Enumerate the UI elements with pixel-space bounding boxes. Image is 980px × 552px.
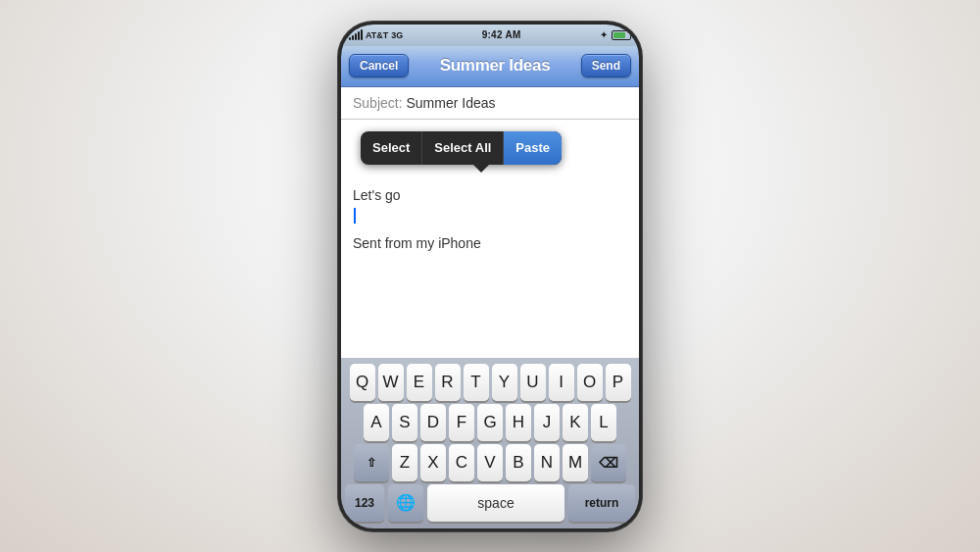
key-x[interactable]: X (420, 444, 446, 481)
status-right: ✦ (600, 29, 631, 40)
key-u[interactable]: U (520, 364, 546, 401)
space-key[interactable]: space (427, 484, 564, 522)
key-n[interactable]: N (534, 444, 560, 481)
key-j[interactable]: J (534, 404, 560, 441)
cancel-button[interactable]: Cancel (349, 54, 409, 77)
key-r[interactable]: R (435, 364, 461, 401)
key-b[interactable]: B (506, 444, 531, 481)
key-s[interactable]: S (392, 404, 417, 441)
globe-key[interactable]: 🌐 (388, 484, 423, 522)
subject-line: Subject: Summer Ideas (341, 87, 639, 120)
key-l[interactable]: L (591, 404, 616, 441)
keyboard-row-bottom: 123 🌐 space return (345, 484, 635, 522)
key-o[interactable]: O (577, 364, 603, 401)
numbers-key[interactable]: 123 (345, 484, 384, 522)
key-c[interactable]: C (449, 444, 474, 481)
return-key[interactable]: return (568, 484, 635, 522)
carrier-label: AT&T (366, 30, 388, 40)
network-label: 3G (391, 30, 403, 40)
key-q[interactable]: Q (350, 364, 375, 401)
navigation-bar: Cancel Summer Ideas Send (341, 46, 639, 87)
battery-fill (613, 32, 625, 38)
delete-key[interactable]: ⌫ (591, 444, 626, 481)
time-label: 9:42 AM (482, 29, 521, 40)
select-all-button[interactable]: Select All (422, 131, 504, 165)
text-cursor (354, 208, 356, 224)
bluetooth-icon: ✦ (600, 29, 608, 40)
keyboard: Q W E R T Y U I O P A S D F G H J K L ⇧ … (341, 358, 639, 528)
key-y[interactable]: Y (492, 364, 517, 401)
subject-label: Subject: (353, 95, 403, 111)
key-g[interactable]: G (477, 404, 503, 441)
paste-button[interactable]: Paste (504, 131, 562, 165)
key-d[interactable]: D (420, 404, 446, 441)
signal-icon (349, 30, 363, 40)
keyboard-row-3: ⇧ Z X C V B N M ⌫ (345, 444, 635, 481)
keyboard-row-2: A S D F G H J K L (345, 404, 635, 441)
email-content: Subject: Summer Ideas Select Select All … (341, 87, 639, 358)
key-a[interactable]: A (364, 404, 389, 441)
send-button[interactable]: Send (581, 54, 631, 77)
shift-key[interactable]: ⇧ (354, 444, 389, 481)
battery-icon (612, 30, 631, 40)
body-text: Let's go (353, 186, 627, 206)
keyboard-row-1: Q W E R T Y U I O P (345, 364, 635, 401)
subject-value: Summer Ideas (406, 95, 495, 111)
email-body[interactable]: Select Select All Paste Let's go Sent fr… (341, 120, 639, 358)
key-h[interactable]: H (506, 404, 531, 441)
key-m[interactable]: M (563, 444, 588, 481)
key-z[interactable]: Z (392, 444, 417, 481)
select-button[interactable]: Select (361, 131, 422, 165)
context-menu-arrow (473, 165, 489, 173)
email-signature: Sent from my iPhone (353, 234, 627, 254)
key-e[interactable]: E (407, 364, 432, 401)
phone-device: AT&T 3G 9:42 AM ✦ Cancel Summer Ideas Se… (338, 22, 642, 531)
nav-title: Summer Ideas (440, 56, 551, 75)
status-left: AT&T 3G (349, 30, 403, 40)
key-t[interactable]: T (464, 364, 489, 401)
key-k[interactable]: K (563, 404, 588, 441)
context-menu: Select Select All Paste (361, 131, 562, 173)
context-menu-bubble: Select Select All Paste (361, 131, 562, 165)
key-w[interactable]: W (378, 364, 404, 401)
key-v[interactable]: V (477, 444, 503, 481)
key-f[interactable]: F (449, 404, 474, 441)
key-i[interactable]: I (549, 364, 574, 401)
status-bar: AT&T 3G 9:42 AM ✦ (341, 25, 639, 46)
key-p[interactable]: P (606, 364, 631, 401)
